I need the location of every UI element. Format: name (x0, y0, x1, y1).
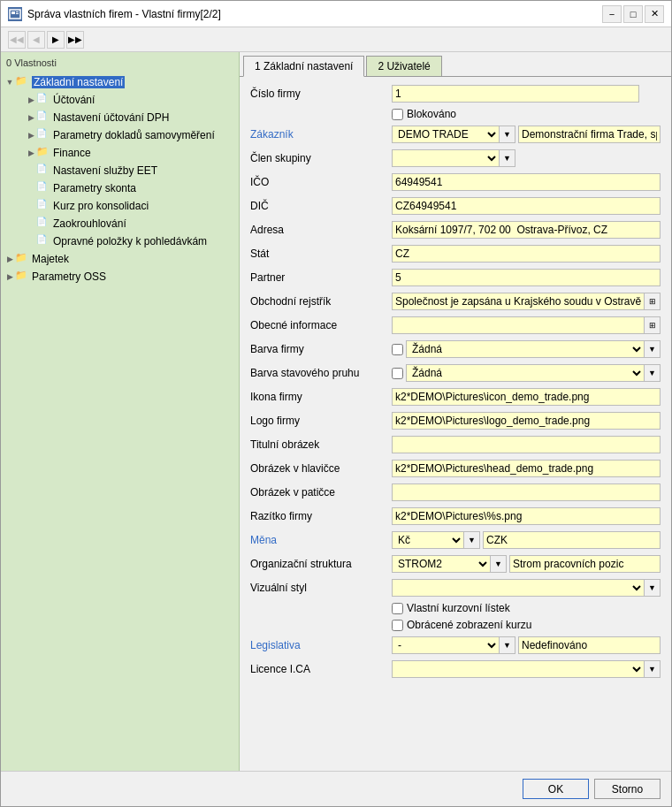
sidebar-item-nastaveni-sluzby-eet[interactable]: 📄 Nastavení služby EET (26, 162, 235, 179)
row-logo-firmy: Logo firmy (250, 411, 661, 430)
sidebar-item-opravne-polozky[interactable]: 📄 Opravné položky k pohledávkám (26, 232, 235, 250)
select-organizacni-struktura[interactable]: STROM2 (392, 555, 491, 573)
input-obchodni-rejstrik[interactable] (392, 293, 645, 310)
obecne-informace-btn[interactable]: ⊞ (645, 316, 661, 334)
select-barva-firmy[interactable]: Žádná (406, 340, 645, 358)
obchodni-rejstrik-btn[interactable]: ⊞ (645, 293, 661, 310)
sidebar-item-parametry-skonta[interactable]: 📄 Parametry skonta (26, 179, 235, 197)
organizacni-struktura-dropdown-btn[interactable]: ▼ (491, 555, 507, 573)
input-obecne-informace[interactable] (392, 316, 645, 334)
label-zakaznik: Zákazník (250, 128, 392, 141)
row-licence-ica: Licence I.CA ▼ (250, 659, 661, 679)
sidebar-item-label: Zaokrouhlování (53, 217, 126, 230)
expand-icon[interactable]: ▶ (26, 112, 36, 123)
expand-icon-empty (26, 165, 36, 176)
nav-first-button[interactable]: ◀◀ (8, 31, 26, 49)
select-vizualni-styl[interactable] (392, 579, 645, 597)
input-titulni-obrazek[interactable] (392, 436, 661, 453)
sidebar-item-uctovani[interactable]: ▶ 📄 Účtování (26, 91, 235, 109)
sidebar-item-label: Účtování (53, 94, 95, 106)
tab-zakladni-nastaveni[interactable]: 1 Základní nastavení (243, 56, 364, 77)
checkbox-barva-stavoveho-pruhu[interactable] (392, 368, 403, 379)
sidebar-item-zaokrouhleni[interactable]: 📄 Zaokrouhlování (26, 215, 235, 232)
checkbox-vlastni-kurzovni-listek[interactable] (392, 603, 403, 614)
barva-firmy-dropdown-btn[interactable]: ▼ (645, 340, 661, 358)
sidebar-item-parametry-dokladu[interactable]: ▶ 📄 Parametry dokladů samovyměření (26, 126, 235, 144)
row-obchodni-rejstrik: Obchodní rejstřík ⊞ (250, 292, 661, 311)
minimize-button[interactable]: − (602, 5, 622, 23)
sidebar-header: 0 Vlastnosti (4, 56, 235, 70)
close-button[interactable]: ✕ (645, 5, 664, 23)
expand-icon[interactable]: ▶ (4, 254, 15, 264)
sidebar-item-parametry-oss[interactable]: ▶ 📁 Parametry OSS (4, 268, 235, 285)
select-legislativa[interactable]: - (392, 636, 500, 654)
select-licence-ica[interactable] (392, 660, 645, 678)
checkbox-obracene-zobrazeni-kurzu[interactable] (392, 620, 403, 631)
row-organizacni-struktura: Organizační struktura STROM2 ▼ (250, 554, 661, 574)
input-ikona-firmy[interactable] (392, 388, 661, 406)
bottom-bar: OK Storno (1, 771, 671, 806)
tab-uzivatele[interactable]: 2 Uživatelé (366, 56, 441, 76)
mena-dropdown-btn[interactable]: ▼ (464, 531, 480, 549)
nav-next-button[interactable]: ▶ (47, 31, 65, 49)
row-vlastni-kurzovni-listek: Vlastní kurzovní lístek (392, 602, 661, 614)
label-vizualni-styl: Vizuální styl (250, 582, 392, 594)
nav-prev-button[interactable]: ◀ (27, 31, 45, 49)
storno-button[interactable]: Storno (594, 779, 661, 799)
label-stat: Stát (250, 247, 392, 260)
input-mena-code[interactable] (483, 531, 661, 549)
checkbox-blokovano[interactable] (392, 109, 403, 120)
select-clen-skupiny[interactable] (392, 149, 500, 167)
input-adresa[interactable] (392, 221, 661, 239)
input-cislo-firmy[interactable] (392, 85, 639, 103)
expand-icon[interactable]: ▼ (4, 77, 15, 88)
nav-last-button[interactable]: ▶▶ (66, 31, 84, 49)
licence-ica-dropdown-btn[interactable]: ▼ (645, 660, 661, 678)
label-obrazek-v-paticce: Obrázek v patičce (250, 486, 392, 499)
select-mena[interactable]: Kč (392, 531, 464, 549)
sidebar-item-zakladni-nastaveni[interactable]: ▼ 📁 Základní nastavení (4, 73, 235, 91)
ok-button[interactable]: OK (523, 779, 589, 799)
barva-firmy-group: Žádná ▼ (392, 340, 661, 358)
label-barva-stavoveho-pruhu: Barva stavového pruhu (250, 367, 392, 379)
input-ico[interactable] (392, 173, 661, 191)
expand-icon[interactable]: ▶ (26, 95, 36, 105)
expand-icon[interactable]: ▶ (26, 130, 36, 141)
row-cislo-firmy: Číslo firmy (250, 84, 661, 103)
input-stat[interactable] (392, 245, 661, 263)
sidebar-item-majetek[interactable]: ▶ 📁 Majetek (4, 250, 235, 268)
input-razitko-firmy[interactable] (392, 507, 661, 525)
clen-skupiny-dropdown-btn[interactable]: ▼ (500, 149, 515, 167)
input-legislativa-desc[interactable] (518, 636, 661, 654)
input-obrazek-v-hlavicce[interactable] (392, 460, 661, 477)
barva-stavoveho-pruhu-dropdown-btn[interactable]: ▼ (645, 364, 661, 382)
expand-icon[interactable]: ▶ (4, 271, 15, 282)
select-zakaznik[interactable]: DEMO TRADE (392, 126, 500, 143)
maximize-button[interactable]: □ (623, 5, 643, 23)
input-logo-firmy[interactable] (392, 412, 661, 430)
row-razitko-firmy: Razítko firmy (250, 506, 661, 526)
select-barva-stavoveho-pruhu[interactable]: Žádná (406, 364, 645, 382)
input-zakaznik-desc[interactable] (518, 126, 661, 143)
input-obrazek-v-paticce[interactable] (392, 483, 661, 501)
sidebar-item-kurz-pro-konsolidaci[interactable]: 📄 Kurz pro konsolidaci (26, 197, 235, 215)
row-obecne-informace: Obecné informace ⊞ (250, 316, 661, 335)
checkbox-barva-firmy[interactable] (392, 344, 403, 355)
sidebar-item-finance[interactable]: ▶ 📁 Finance (26, 144, 235, 162)
input-dic[interactable] (392, 197, 661, 215)
label-logo-firmy: Logo firmy (250, 415, 392, 427)
row-barva-stavoveho-pruhu: Barva stavového pruhu Žádná ▼ (250, 363, 661, 383)
legislativa-dropdown-btn[interactable]: ▼ (500, 636, 515, 654)
row-blokovano: Blokováno (392, 108, 661, 120)
row-dic: DIČ (250, 196, 661, 216)
sidebar-item-nastaveni-uctovani-dph[interactable]: ▶ 📄 Nastavení účtování DPH (26, 109, 235, 126)
expand-icon[interactable]: ▶ (26, 148, 36, 158)
row-mena: Měna Kč ▼ (250, 530, 661, 550)
zakaznik-dropdown-btn[interactable]: ▼ (500, 126, 515, 143)
expand-icon-empty (26, 218, 36, 229)
vizualni-styl-dropdown-btn[interactable]: ▼ (645, 579, 661, 597)
barva-firmy-select-wrap: Žádná ▼ (406, 340, 661, 358)
input-partner[interactable] (392, 269, 661, 286)
input-organizacni-struktura-desc[interactable] (509, 555, 661, 573)
zakaznik-select-wrap: DEMO TRADE ▼ (392, 126, 515, 143)
